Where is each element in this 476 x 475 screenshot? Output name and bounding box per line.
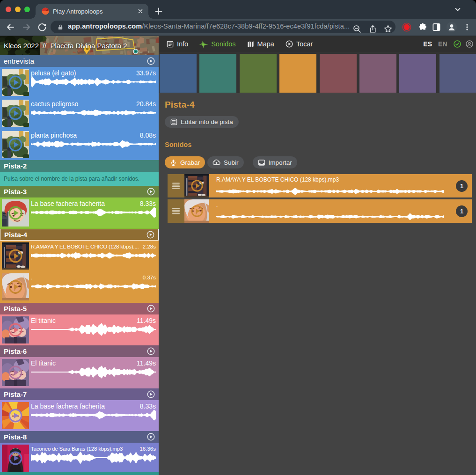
side-panel-icon[interactable] xyxy=(432,22,441,31)
browser-tab[interactable]: Play Antropoloops xyxy=(36,4,148,19)
sound-thumbnail[interactable] xyxy=(2,100,29,127)
sound-item[interactable]: cactus peligroso20.84s xyxy=(0,98,159,129)
importar-button[interactable]: Importar xyxy=(253,156,297,168)
main-sound-row[interactable]: R.AMAYA Y EL BOBOTE CHICO (128 kbps).mp3… xyxy=(168,174,472,197)
zoom-window-button[interactable] xyxy=(24,7,30,12)
address-bar[interactable]: app.antropoloops.com/Kleos-Santa-Marina/… xyxy=(51,21,395,33)
sound-thumbnail[interactable] xyxy=(2,316,29,343)
track-swatch[interactable] xyxy=(399,54,436,93)
track-body: Taconeo de Sara Baras (128 kbps).mp316.3… xyxy=(0,443,159,474)
sound-thumbnail[interactable] xyxy=(2,242,29,270)
track-header[interactable]: Pista-4 xyxy=(0,229,159,241)
sound-thumbnail[interactable] xyxy=(2,69,29,96)
sound-item[interactable]: Taconeo de Sara Baras (128 kbps).mp316.3… xyxy=(0,443,159,474)
sound-waveform xyxy=(216,212,444,222)
back-icon[interactable] xyxy=(5,22,16,33)
zoom-out-icon[interactable] xyxy=(352,24,362,34)
track-header[interactable]: Pista-6 xyxy=(0,345,159,357)
sound-item[interactable]: R.AMAYA Y EL BOBOTE CHICO (128 kbps)....… xyxy=(0,241,159,272)
track-swatch[interactable] xyxy=(439,54,476,93)
track-play-icon[interactable] xyxy=(147,188,155,196)
sound-play-overlay-icon xyxy=(190,205,204,218)
track-swatch[interactable] xyxy=(359,54,396,93)
tab-search-chevron-icon[interactable] xyxy=(454,5,462,14)
browser-menu-icon[interactable] xyxy=(463,23,471,31)
track-header[interactable]: Pista-5 xyxy=(0,303,159,314)
sound-item[interactable]: pelusa (el gato)33.97s xyxy=(0,67,159,98)
sound-waveform xyxy=(31,248,156,263)
track-header[interactable]: Pista-2 xyxy=(0,160,159,172)
close-window-button[interactable] xyxy=(6,7,11,12)
sidebar-footer-strip[interactable] xyxy=(0,472,159,475)
extensions-puzzle-icon[interactable] xyxy=(418,22,427,32)
track-header[interactable]: Pista-3 xyxy=(0,186,159,197)
track-play-icon[interactable] xyxy=(147,305,155,313)
main-panel: Pista-4 Editar info de pista Sonidos Gra… xyxy=(159,52,476,475)
new-tab-button[interactable] xyxy=(153,6,164,17)
project-photo: Kleos 2022 // Placeta Divina Pastora 2 xyxy=(0,36,159,55)
lang-es-button[interactable]: ES xyxy=(423,40,432,48)
sound-item[interactable]: .0.37s xyxy=(0,271,159,303)
sidebar: Kleos 2022 // Placeta Divina Pastora 2 e… xyxy=(0,36,159,475)
nav-sonidos[interactable]: Sonidos xyxy=(199,40,235,48)
sound-thumbnail[interactable] xyxy=(184,174,209,197)
traffic-lights xyxy=(6,7,34,12)
sound-waveform xyxy=(31,322,156,336)
bookmark-star-icon[interactable] xyxy=(383,24,393,34)
recording-indicator-icon[interactable] xyxy=(401,22,412,33)
lock-icon[interactable] xyxy=(58,24,63,30)
minimize-window-button[interactable] xyxy=(15,7,21,12)
track-swatch[interactable] xyxy=(160,54,197,93)
project-name[interactable]: Kleos 2022 xyxy=(4,42,39,50)
sound-thumbnail[interactable] xyxy=(2,131,29,158)
sound-item[interactable]: La base fachera facherita8.33s xyxy=(0,197,159,229)
track-play-icon[interactable] xyxy=(147,390,155,398)
app-nav: InfoSonidosMapaTocar xyxy=(167,36,324,52)
session-check-icon[interactable] xyxy=(454,40,461,48)
sound-waveform xyxy=(216,186,444,197)
tab-strip: Play Antropoloops xyxy=(0,0,476,19)
drag-handle[interactable] xyxy=(168,174,184,197)
sound-thumbnail[interactable] xyxy=(2,273,29,300)
sound-item[interactable]: planta pinchosa8.08s xyxy=(0,129,159,161)
grabar-button[interactable]: Grabar xyxy=(165,156,205,168)
track-swatch[interactable] xyxy=(199,54,236,93)
nav-tocar[interactable]: Tocar xyxy=(286,40,313,48)
edit-track-info-button[interactable]: Editar info de pista xyxy=(165,116,239,128)
track-header[interactable]: Pista-8 xyxy=(0,431,159,443)
main-sound-row[interactable]: .1 xyxy=(168,199,472,223)
account-icon[interactable] xyxy=(466,40,473,48)
forward-icon[interactable] xyxy=(21,22,32,33)
nav-mapa[interactable]: Mapa xyxy=(247,40,274,48)
track-swatch-selected[interactable] xyxy=(279,54,316,93)
tab-close-icon[interactable] xyxy=(137,7,144,15)
sound-thumbnail[interactable] xyxy=(2,402,29,429)
track-name: Pista-3 xyxy=(4,188,147,196)
track-play-icon[interactable] xyxy=(147,347,155,355)
profile-avatar-icon[interactable] xyxy=(446,22,457,33)
sound-thumbnail[interactable] xyxy=(184,199,209,223)
track-play-icon[interactable] xyxy=(147,57,155,65)
track-header[interactable]: Pista-7 xyxy=(0,388,159,400)
track-header[interactable]: entrevista xyxy=(0,55,159,67)
share-icon[interactable] xyxy=(368,24,377,33)
track-swatch[interactable] xyxy=(240,54,277,93)
track-body: Pulsa sobre el nombre de la pista para a… xyxy=(0,172,159,186)
sound-play-overlay-icon xyxy=(8,365,23,380)
subir-button[interactable]: Subir xyxy=(207,156,244,168)
drag-handle[interactable] xyxy=(168,199,184,223)
sound-item[interactable]: El titanic11.49s xyxy=(0,357,159,388)
sound-item[interactable]: El titanic11.49s xyxy=(0,314,159,346)
sound-thumbnail[interactable] xyxy=(2,199,29,227)
reload-icon[interactable] xyxy=(37,22,47,32)
sound-thumbnail[interactable] xyxy=(2,359,29,386)
track-play-icon[interactable] xyxy=(147,433,155,441)
track-name: Pista-8 xyxy=(4,433,147,441)
sound-thumbnail[interactable] xyxy=(2,445,29,472)
sidebar-section: Pista-3La base fachera facherita8.33s xyxy=(0,186,159,229)
nav-info[interactable]: Info xyxy=(167,40,188,48)
track-swatch[interactable] xyxy=(320,54,357,93)
lang-en-button[interactable]: EN xyxy=(438,40,447,48)
sound-item[interactable]: La base fachera facherita8.33s xyxy=(0,400,159,431)
track-play-icon[interactable] xyxy=(146,231,154,239)
